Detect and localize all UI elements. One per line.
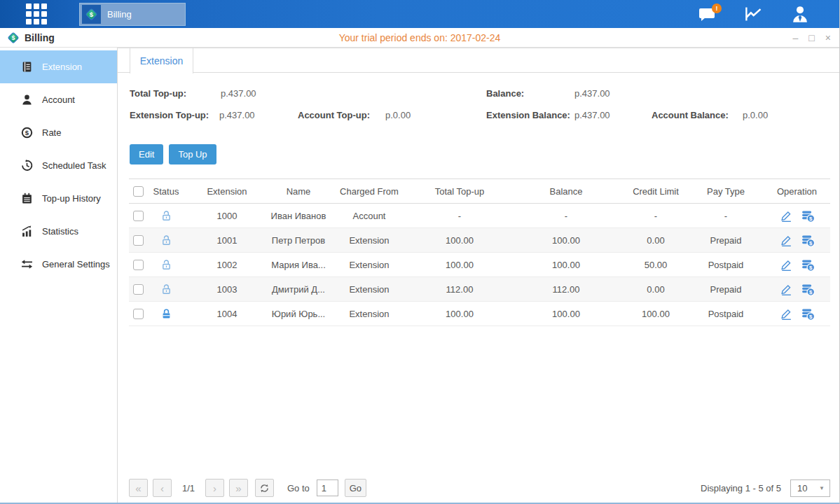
row-checkbox[interactable] — [133, 235, 144, 246]
statistics-icon — [21, 225, 33, 237]
displaying-text: Displaying 1 - 5 of 5 — [701, 483, 781, 493]
row-checkbox[interactable] — [133, 211, 144, 221]
billing-title-icon — [7, 31, 20, 44]
cell-credit-limit: 0.00 — [624, 277, 688, 302]
col-name: Name — [269, 179, 328, 204]
row-checkbox[interactable] — [133, 309, 144, 319]
goto-page-input[interactable] — [317, 479, 338, 496]
cell-pay-type: Postpaid — [688, 253, 764, 277]
maximize-button[interactable]: □ — [808, 33, 814, 43]
extension-balance-label: Extension Balance: — [486, 110, 570, 120]
edit-extension-icon[interactable] — [780, 307, 793, 321]
messages-icon[interactable]: ! — [695, 3, 720, 25]
last-page-button[interactable]: » — [229, 479, 248, 497]
sidebar-item-extension[interactable]: Extension — [0, 50, 117, 83]
select-all-checkbox[interactable] — [133, 186, 144, 197]
goto-label: Go to — [287, 483, 310, 493]
total-topup-value: p.437.00 — [221, 88, 256, 99]
cell-balance: - — [509, 204, 624, 228]
sidebar-item-label: Account — [42, 94, 75, 105]
go-button[interactable]: Go — [345, 479, 366, 497]
refresh-icon — [259, 483, 270, 493]
cell-total-topup: 100.00 — [411, 228, 509, 253]
sidebar-item-label: Statistics — [42, 226, 78, 237]
billing-summary: Total Top-up: p.437.00 Balance: p.437.00… — [118, 83, 840, 136]
account-topup-value: p.0.00 — [385, 110, 411, 120]
tab-extension[interactable]: Extension — [130, 48, 193, 74]
status-lock-open-icon — [160, 210, 172, 222]
cell-total-topup: 112.00 — [411, 277, 509, 302]
sidebar-item-statistics[interactable]: Statistics — [0, 215, 117, 248]
page-size-select[interactable]: 10 ▼ — [790, 479, 830, 497]
edit-extension-icon[interactable] — [780, 258, 793, 272]
cell-charged-from: Extension — [328, 302, 411, 326]
sidebar-item-general-settings[interactable]: General Settings — [0, 248, 117, 281]
top-up-button[interactable]: Top Up — [169, 144, 216, 164]
apps-grid-icon[interactable] — [23, 1, 50, 27]
close-button[interactable]: × — [825, 33, 831, 43]
window-title-bar: Billing Your trial period ends on: 2017-… — [0, 28, 839, 48]
sidebar-item-label: General Settings — [42, 259, 110, 270]
col-charged-from: Charged From — [328, 179, 411, 204]
row-checkbox[interactable] — [133, 284, 144, 295]
refresh-button[interactable] — [255, 479, 274, 497]
col-operation: Operation — [764, 179, 830, 204]
topup-history-icon — [21, 192, 33, 204]
sidebar-item-scheduled-task[interactable]: Scheduled Task — [0, 149, 117, 182]
status-lock-open-icon — [160, 259, 172, 271]
balance-label: Balance: — [486, 88, 524, 99]
edit-extension-icon[interactable] — [780, 283, 793, 296]
cell-extension: 1001 — [185, 228, 269, 253]
cell-credit-limit: - — [624, 204, 688, 228]
minimize-button[interactable]: – — [793, 33, 799, 43]
cell-charged-from: Extension — [328, 228, 411, 253]
cell-total-topup: 100.00 — [411, 302, 509, 326]
first-page-button[interactable]: « — [129, 479, 148, 497]
page-size-value: 10 — [791, 483, 807, 493]
cell-credit-limit: 100.00 — [624, 302, 688, 326]
cell-total-topup: - — [411, 204, 509, 228]
billing-app-icon — [82, 5, 101, 24]
edit-extension-icon[interactable] — [780, 234, 793, 247]
cell-name: Дмитрий Д... — [269, 277, 328, 302]
account-icon — [21, 94, 33, 106]
prev-page-button[interactable]: ‹ — [153, 479, 172, 497]
cell-extension: 1003 — [185, 277, 269, 302]
sidebar-item-account[interactable]: Account — [0, 83, 117, 116]
table-row: 1001Петр ПетровExtension100.00100.000.00… — [129, 228, 830, 253]
cell-balance: 112.00 — [509, 277, 624, 302]
main-content: Extension Total Top-up: p.437.00 Balance… — [118, 48, 840, 503]
taskbar-tab-billing[interactable]: Billing — [79, 3, 186, 26]
topup-extension-icon[interactable] — [801, 258, 815, 272]
row-checkbox[interactable] — [133, 260, 144, 270]
topup-extension-icon[interactable] — [801, 283, 815, 296]
topup-extension-icon[interactable] — [801, 234, 815, 247]
cell-credit-limit: 0.00 — [624, 228, 688, 253]
rate-icon: $ — [21, 127, 33, 139]
user-account-icon[interactable] — [787, 3, 813, 25]
extension-table: Status Extension Name Charged From Total… — [129, 178, 830, 326]
topup-extension-icon[interactable] — [801, 209, 815, 223]
sidebar-item-rate[interactable]: $ Rate — [0, 116, 117, 149]
col-balance: Balance — [509, 179, 624, 204]
sidebar-item-topup-history[interactable]: Top-up History — [0, 182, 117, 215]
scheduled-task-icon — [21, 160, 33, 172]
edit-button[interactable]: Edit — [130, 144, 163, 164]
cell-charged-from: Account — [328, 204, 411, 228]
pagination-bar: « ‹ 1/1 › » Go to Go Displaying 1 - 5 of… — [129, 479, 830, 497]
cell-credit-limit: 50.00 — [624, 253, 688, 277]
cell-balance: 100.00 — [509, 253, 624, 277]
topup-extension-icon[interactable] — [801, 307, 815, 321]
statistics-chart-icon[interactable] — [741, 3, 766, 25]
cell-name: Юрий Юрь... — [269, 302, 328, 326]
next-page-button[interactable]: › — [205, 479, 224, 497]
extension-topup-value: p.437.00 — [219, 110, 255, 120]
cell-extension: 1002 — [185, 253, 269, 277]
edit-extension-icon[interactable] — [780, 209, 793, 223]
svg-text:$: $ — [25, 129, 29, 136]
status-lock-open-icon — [160, 234, 172, 246]
account-balance-label: Account Balance: — [652, 110, 729, 120]
cell-balance: 100.00 — [509, 228, 624, 253]
status-lock-open-icon — [160, 284, 172, 295]
account-balance-value: p.0.00 — [743, 110, 768, 120]
